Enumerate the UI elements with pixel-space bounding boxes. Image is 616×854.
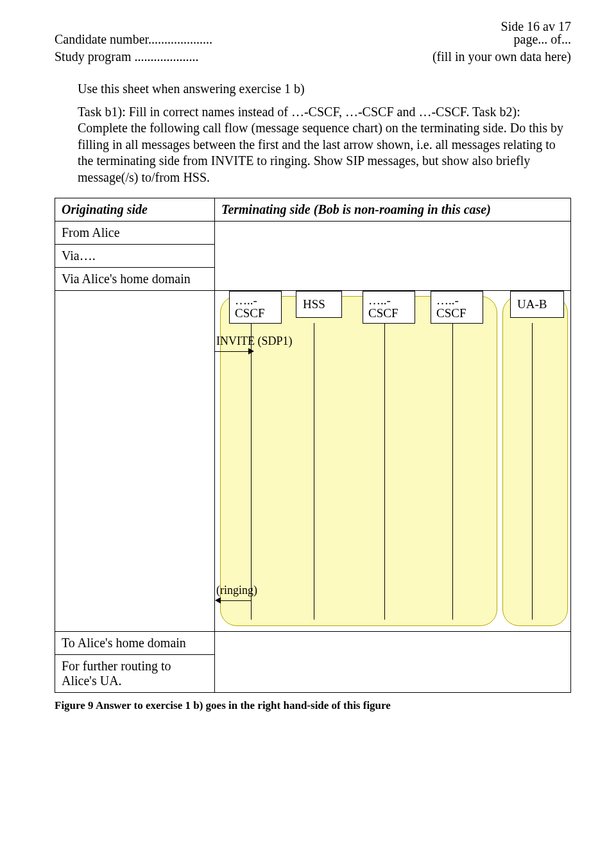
- visited-domain-box: [502, 296, 568, 626]
- header-row-1: Candidate number.................... pag…: [55, 32, 571, 47]
- cscf1-node: …..-CSCF: [229, 291, 282, 324]
- table-row: To Alice's home domain: [55, 631, 571, 654]
- table-row: From Alice: [55, 221, 571, 244]
- cscf3-lifeline: [452, 323, 453, 620]
- instructions-lead: Use this sheet when answering exercise 1…: [78, 81, 571, 98]
- via-home-cell: Via Alice's home domain: [55, 267, 215, 290]
- originating-header: Originating side: [55, 198, 215, 221]
- cscf3-node: …..-CSCF: [431, 291, 483, 324]
- diagram-cell: …..-CSCF HSS …..-CSCF …..-CSCF UA-B INVI…: [215, 290, 571, 631]
- diagram-left-blank: [55, 290, 215, 631]
- study-program-label: Study program ....................: [55, 49, 198, 64]
- hss-lifeline: [314, 323, 314, 620]
- ringing-arrowhead-icon: [215, 597, 221, 604]
- from-alice-cell: From Alice: [55, 221, 215, 244]
- invite-arrowhead-icon: [248, 348, 254, 354]
- terminating-blank-2: [215, 631, 571, 692]
- hss-node: HSS: [296, 291, 342, 318]
- fill-hint: (fill in your own data here): [432, 49, 571, 64]
- table-row: Originating side Terminating side (Bob i…: [55, 198, 571, 221]
- page-of-label: page... of...: [514, 32, 571, 47]
- cscf2-lifeline: [384, 323, 385, 620]
- further-routing-cell: For further routing to Alice's UA.: [55, 654, 215, 692]
- terminating-header: Terminating side (Bob is non-roaming in …: [215, 198, 571, 221]
- table-row: …..-CSCF HSS …..-CSCF …..-CSCF UA-B INVI…: [55, 290, 571, 631]
- invite-arrow-line: [215, 351, 250, 352]
- header-row-2: Study program .................... (fill…: [55, 49, 571, 64]
- invite-label: INVITE (SDP1): [216, 335, 293, 348]
- figure-caption: Figure 9 Answer to exercise 1 b) goes in…: [55, 699, 571, 712]
- uab-lifeline: [532, 323, 533, 620]
- ringing-label: (ringing): [216, 584, 257, 597]
- to-home-cell: To Alice's home domain: [55, 631, 215, 654]
- via-cell: Via….: [55, 244, 215, 267]
- instructions-body: Task b1): Fill in correct names instead …: [78, 104, 571, 186]
- page-number: Side 16 av 17: [501, 19, 571, 34]
- diagram: …..-CSCF HSS …..-CSCF …..-CSCF UA-B INVI…: [220, 296, 565, 626]
- instructions: Use this sheet when answering exercise 1…: [78, 81, 571, 186]
- cscf2-node: …..-CSCF: [363, 291, 415, 324]
- page: Side 16 av 17 Candidate number..........…: [0, 0, 616, 854]
- cscf1-lifeline: [251, 323, 252, 620]
- ringing-arrow-line: [219, 600, 251, 601]
- uab-node: UA-B: [510, 291, 564, 318]
- answer-table: Originating side Terminating side (Bob i…: [55, 198, 571, 693]
- candidate-number-label: Candidate number....................: [55, 32, 212, 47]
- terminating-blank: [215, 221, 571, 290]
